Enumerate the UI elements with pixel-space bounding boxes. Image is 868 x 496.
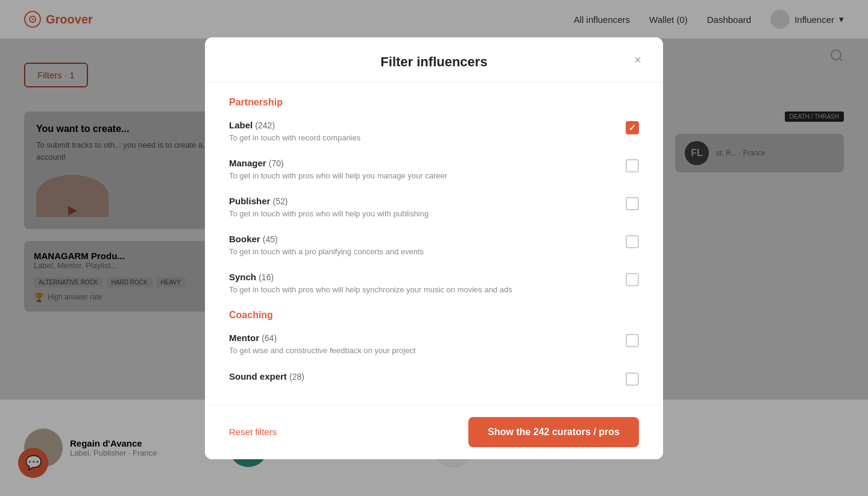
filter-booker-count: (45) — [263, 234, 278, 244]
filter-mentor-desc: To get wise and constructive feedback on… — [229, 345, 614, 356]
modal-close-button[interactable]: × — [629, 52, 646, 69]
filter-mentor-name: Mentor (64) — [229, 333, 614, 343]
filter-publisher-count: (52) — [273, 196, 288, 206]
filter-item-publisher: Publisher (52) To get in touch with pros… — [229, 196, 639, 219]
partnership-section: Partnership Label (242) To get in touch … — [229, 97, 639, 296]
filter-booker-name: Booker (45) — [229, 234, 614, 244]
filter-mentor-checkbox[interactable] — [626, 334, 639, 347]
modal-body: Partnership Label (242) To get in touch … — [205, 83, 663, 404]
filter-manager-desc: To get in touch with pros who will help … — [229, 171, 614, 181]
filter-item-mentor: Mentor (64) To get wise and constructive… — [229, 333, 639, 356]
filter-label-desc: To get in touch with record companies — [229, 133, 614, 143]
filter-label-name: Label (242) — [229, 120, 614, 130]
filter-sound-expert-name: Sound expert (28) — [229, 371, 614, 381]
coaching-title: Coaching — [229, 310, 639, 321]
filter-publisher-name: Publisher (52) — [229, 196, 614, 206]
filter-item-label: Label (242) To get in touch with record … — [229, 120, 639, 143]
filter-synch-name: Synch (16) — [229, 272, 614, 282]
filter-mentor-text: Mentor — [229, 333, 259, 343]
filter-mentor-count: (64) — [262, 333, 277, 343]
modal-header: Filter influencers × — [205, 37, 663, 83]
show-curators-button[interactable]: Show the 242 curators / pros — [468, 417, 639, 447]
filter-booker-text: Booker — [229, 234, 260, 244]
filter-sound-expert-checkbox[interactable] — [626, 372, 639, 386]
filter-item-manager: Manager (70) To get in touch with pros w… — [229, 158, 639, 181]
filter-sound-expert-text: Sound expert — [229, 371, 287, 381]
filter-booker-desc: To get in touch with a pro planifying co… — [229, 246, 614, 257]
filter-label-text: Label — [229, 120, 253, 130]
filter-synch-count: (16) — [259, 272, 274, 282]
filter-manager-text: Manager — [229, 158, 266, 168]
modal-footer: Reset filters Show the 242 curators / pr… — [205, 404, 663, 459]
filter-publisher-desc: To get in touch with pros who will help … — [229, 209, 614, 219]
coaching-section: Coaching Mentor (64) To get wise and con… — [229, 310, 639, 385]
filter-publisher-checkbox[interactable] — [626, 197, 639, 210]
filter-sound-expert-count: (28) — [289, 372, 304, 381]
reset-filters-button[interactable]: Reset filters — [229, 427, 277, 437]
filter-item-booker: Booker (45) To get in touch with a pro p… — [229, 234, 639, 257]
filter-label-checkbox[interactable] — [626, 121, 639, 134]
modal-overlay[interactable]: Filter influencers × Partnership Label (… — [0, 0, 868, 496]
filter-item-sound-expert: Sound expert (28) — [229, 371, 639, 386]
filter-label-count: (242) — [255, 121, 275, 130]
filter-manager-checkbox[interactable] — [626, 159, 639, 172]
filter-item-synch: Synch (16) To get in touch with pros who… — [229, 272, 639, 295]
filter-synch-desc: To get in touch with pros who will help … — [229, 284, 614, 295]
filter-synch-text: Synch — [229, 272, 256, 282]
partnership-title: Partnership — [229, 97, 639, 108]
filter-synch-checkbox[interactable] — [626, 273, 639, 286]
filter-manager-name: Manager (70) — [229, 158, 614, 168]
filter-booker-checkbox[interactable] — [626, 235, 639, 248]
filter-manager-count: (70) — [269, 159, 284, 168]
filter-publisher-text: Publisher — [229, 196, 270, 206]
modal-title: Filter influencers — [229, 54, 639, 70]
filter-modal: Filter influencers × Partnership Label (… — [205, 37, 663, 459]
